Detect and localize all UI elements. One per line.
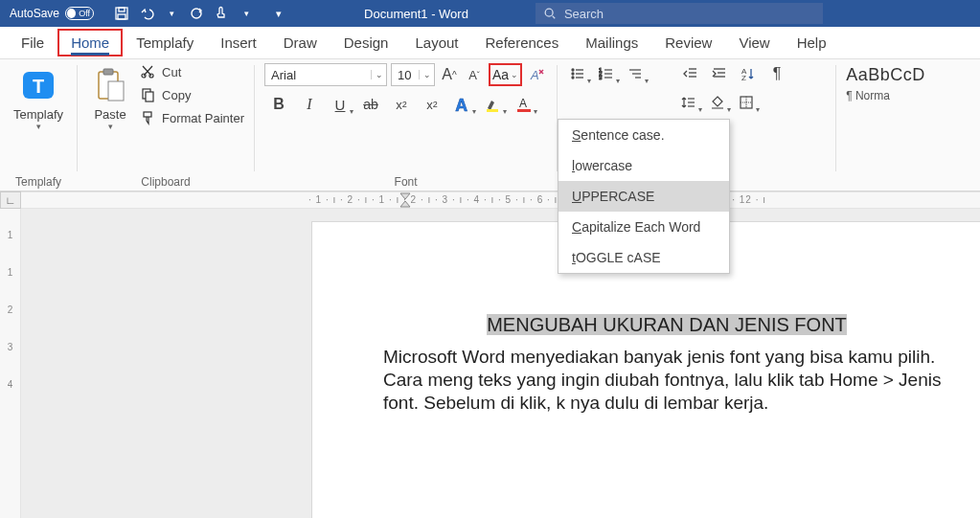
numbering-button[interactable]: 123▾ (596, 63, 617, 84)
chevron-down-icon: ▾ (587, 77, 591, 85)
chevron-down-icon: ▾ (350, 107, 353, 116)
paste-button[interactable]: Paste ▾ (87, 63, 133, 131)
decrease-indent-button[interactable] (680, 63, 701, 84)
paintbrush-icon (139, 109, 156, 126)
tab-insert[interactable]: Insert (207, 29, 270, 56)
undo-icon[interactable] (136, 3, 157, 24)
tab-references[interactable]: References (472, 29, 573, 56)
svg-point-23 (572, 69, 574, 71)
templafy-button[interactable]: T Templafy ▾ (10, 63, 67, 131)
document-title: Document1 - Word (364, 7, 468, 21)
tab-help[interactable]: Help (784, 29, 840, 56)
autosave-toggle[interactable]: AutoSave Off (0, 7, 103, 20)
text-effects-button[interactable]: A▾ (452, 94, 473, 115)
borders-button[interactable]: ▾ (736, 92, 757, 113)
menu-lowercase[interactable]: lowercase (558, 150, 729, 181)
chevron-down-icon: ▾ (472, 107, 476, 116)
svg-rect-10 (108, 81, 124, 101)
tab-file[interactable]: File (8, 29, 57, 56)
page-area[interactable]: MENGUBAH UKURAN DAN JENIS FONT Microsoft… (21, 209, 980, 518)
shading-button[interactable]: ▾ (707, 92, 728, 113)
tab-home[interactable]: Home (57, 29, 123, 56)
group-label-font: Font (264, 173, 547, 189)
copy-label: Copy (162, 88, 191, 102)
menu-uppercase[interactable]: UPPERCASE (558, 181, 729, 212)
tab-templafy[interactable]: Templafy (123, 29, 207, 56)
svg-rect-17 (144, 112, 151, 117)
change-case-button[interactable]: Aa ⌄ (489, 63, 522, 86)
tab-review[interactable]: Review (651, 29, 725, 56)
copy-button[interactable]: Copy (139, 86, 244, 103)
superscript-button[interactable]: x2 (422, 94, 443, 115)
subscript-button[interactable]: x2 (391, 94, 412, 115)
grow-font-icon[interactable]: A^ (439, 64, 460, 85)
group-label-clipboard: Clipboard (87, 173, 244, 189)
italic-button[interactable]: I (299, 94, 320, 115)
group-label-templafy: Templafy (10, 173, 67, 189)
line-spacing-button[interactable]: ▾ (678, 92, 699, 113)
font-color-button[interactable]: A▾ (513, 94, 535, 115)
menu-capitalize[interactable]: Capitalize Each Word (558, 212, 729, 242)
svg-point-4 (545, 9, 553, 16)
tab-selector[interactable]: ∟ (0, 191, 21, 209)
style-preview: AaBbCcD (846, 65, 925, 85)
tab-draw[interactable]: Draw (270, 29, 330, 56)
scissors-icon (139, 63, 156, 80)
qat-customize-icon[interactable]: ▾ (268, 3, 289, 24)
chevron-down-icon: ▾ (645, 77, 649, 85)
body-paragraph[interactable]: Microsoft Word menyediakan banyak jenis … (383, 346, 950, 414)
cut-label: Cut (162, 65, 181, 79)
vertical-ruler[interactable]: 1 1 2 3 4 (0, 209, 21, 518)
group-clipboard: Paste ▾ Cut Copy (78, 59, 254, 191)
svg-text:A: A (519, 97, 527, 110)
toggle-knob-icon (67, 9, 76, 18)
cut-button[interactable]: Cut (139, 63, 244, 80)
highlight-button[interactable]: ▾ (483, 94, 504, 115)
search-box[interactable]: Search (536, 3, 823, 24)
chevron-down-icon: ▾ (616, 77, 620, 85)
search-icon (543, 7, 557, 20)
svg-line-5 (553, 16, 556, 19)
touch-dropdown-icon[interactable]: ▾ (236, 3, 257, 24)
group-font: Arial ⌄ 10 ⌄ A^ Aˇ Aa ⌄ A (255, 59, 557, 191)
tab-view[interactable]: View (725, 29, 783, 56)
chevron-down-icon: ⌄ (371, 70, 386, 79)
bold-button[interactable]: B (268, 94, 289, 115)
svg-text:Z: Z (741, 74, 746, 81)
shrink-font-icon[interactable]: Aˇ (464, 64, 485, 85)
svg-point-3 (192, 9, 201, 18)
font-name-combo[interactable]: Arial ⌄ (264, 63, 387, 86)
underline-button[interactable]: U▾ (330, 94, 351, 115)
sort-button[interactable]: AZ (738, 63, 759, 84)
font-size-combo[interactable]: 10 ⌄ (391, 63, 435, 86)
clear-formatting-icon[interactable]: A (526, 64, 547, 85)
tab-layout[interactable]: Layout (401, 29, 471, 56)
svg-rect-9 (103, 69, 113, 75)
bullets-button[interactable]: ▾ (567, 63, 588, 84)
menu-sentence-case[interactable]: Sentence case. (558, 120, 729, 150)
multilevel-list-button[interactable]: ▾ (625, 63, 646, 84)
chevron-down-icon: ▾ (534, 107, 537, 116)
touch-mode-icon[interactable] (211, 3, 232, 24)
chevron-down-icon: ▾ (108, 124, 113, 129)
toggle-switch[interactable]: Off (65, 7, 94, 20)
strikethrough-button[interactable]: ab (360, 94, 381, 115)
show-marks-button[interactable]: ¶ (766, 63, 787, 84)
tab-mailings[interactable]: Mailings (572, 29, 651, 56)
redo-icon[interactable] (186, 3, 207, 24)
undo-dropdown-icon[interactable]: ▾ (161, 3, 182, 24)
menu-toggle-case[interactable]: tOGGLE cASE (558, 242, 729, 273)
autosave-label: AutoSave (10, 7, 59, 20)
horizontal-ruler[interactable]: · 1 · ı · 2 · ı · 1 · ı · 2 · ı · 3 · ı … (21, 191, 980, 209)
svg-point-25 (572, 73, 574, 75)
search-placeholder: Search (564, 7, 604, 21)
format-painter-button[interactable]: Format Painter (139, 109, 244, 126)
increase-indent-button[interactable] (709, 63, 730, 84)
tab-design[interactable]: Design (330, 29, 402, 56)
style-gallery-item[interactable]: AaBbCcD ¶ Norma (846, 63, 925, 102)
save-icon[interactable] (111, 3, 132, 24)
selected-heading[interactable]: MENGUBAH UKURAN DAN JENIS FONT (487, 314, 847, 335)
svg-rect-22 (517, 109, 531, 112)
group-templafy: T Templafy ▾ Templafy (0, 59, 77, 191)
font-name-value: Arial (265, 68, 302, 82)
